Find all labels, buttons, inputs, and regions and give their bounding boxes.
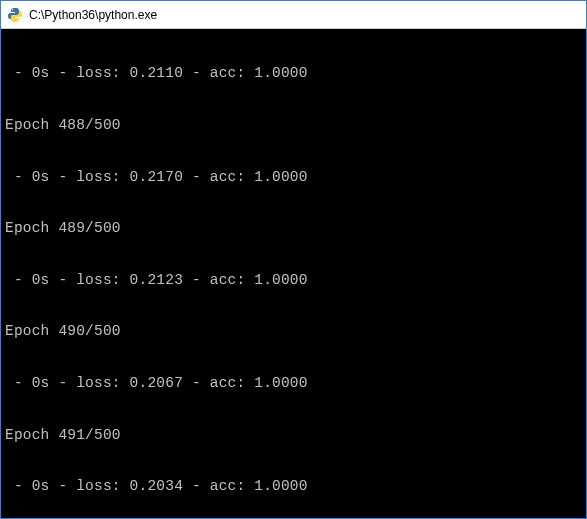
svg-point-0: [12, 9, 13, 10]
python-app-icon: [7, 7, 23, 23]
console-line: - 0s - loss: 0.2034 - acc: 1.0000: [5, 478, 582, 495]
svg-point-1: [17, 19, 18, 20]
console-line: - 0s - loss: 0.2110 - acc: 1.0000: [5, 65, 582, 82]
console-line: Epoch 489/500: [5, 220, 582, 237]
console-line: - 0s - loss: 0.2067 - acc: 1.0000: [5, 375, 582, 392]
titlebar: C:\Python36\python.exe: [1, 1, 586, 29]
window-title: C:\Python36\python.exe: [29, 8, 157, 22]
console-line: - 0s - loss: 0.2123 - acc: 1.0000: [5, 272, 582, 289]
console-line: Epoch 488/500: [5, 117, 582, 134]
console-output[interactable]: - 0s - loss: 0.2110 - acc: 1.0000 Epoch …: [1, 29, 586, 518]
console-line: Epoch 490/500: [5, 323, 582, 340]
console-line: Epoch 491/500: [5, 427, 582, 444]
console-line: - 0s - loss: 0.2170 - acc: 1.0000: [5, 169, 582, 186]
